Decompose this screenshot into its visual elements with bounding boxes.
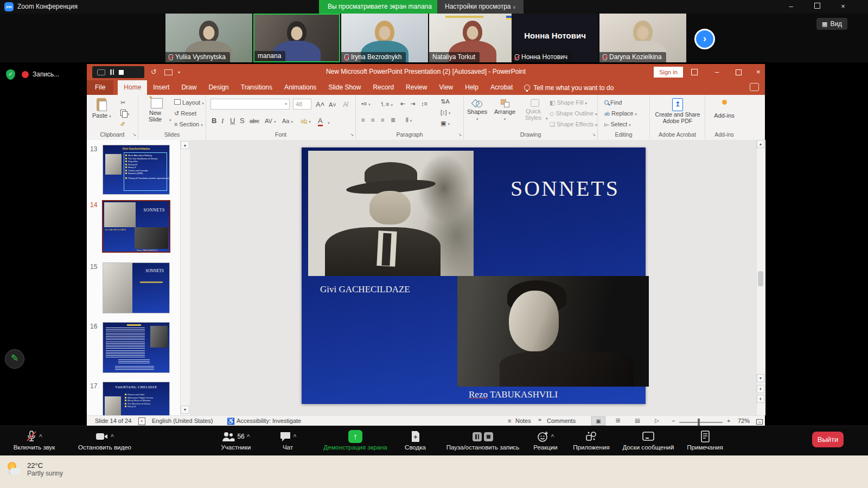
quick-styles-button[interactable]: Quick Styles ▾ [522,99,548,121]
shadow-button[interactable]: S [240,117,245,125]
create-pdf-button[interactable]: ↥ Create and Share Adobe PDF [650,98,705,124]
tab-review[interactable]: Review [400,80,433,95]
tell-me-search[interactable]: Tell me what you want to do [519,80,614,95]
shape-fill-button[interactable]: ◧ Shape Fill ▾ [550,99,587,106]
unmute-button[interactable]: ^ Включить звук [2,429,67,451]
tab-insert[interactable]: Insert [147,80,175,95]
character-spacing-button[interactable]: AV ▾ [265,118,276,124]
align-center-icon[interactable]: ≡ [371,117,374,123]
tab-home[interactable]: Home [118,80,147,95]
slide-thumbnail-16[interactable] [103,323,169,373]
copy-icon[interactable]: ▾ [120,109,130,117]
tab-acrobat[interactable]: Acrobat [484,80,519,95]
annotate-pencil-button[interactable]: ✎ [5,349,24,369]
font-name-combo[interactable]: ▾ [210,99,290,110]
tab-view[interactable]: View [433,80,459,95]
new-slide-button[interactable]: New Slide ▾ [143,98,171,123]
window-minimize-button[interactable]: – [715,68,719,76]
scroll-down-button[interactable]: ▼ [757,374,764,382]
close-button[interactable]: × [832,0,854,14]
arrange-button[interactable]: Arrange▾ [494,99,515,121]
font-color-button[interactable]: A [318,117,323,126]
accessibility-status[interactable]: Accessibility: Investigate [237,418,301,424]
slide-14[interactable]: SONNETS Givi GACHECILDAZE Rezo TABUKASHV… [302,147,646,404]
comments-button[interactable]: Comments [547,418,576,424]
align-left-icon[interactable]: ≡ [361,117,365,123]
weather-widget[interactable]: 22°C Partly sunny [7,461,63,477]
addins-button[interactable]: Add-ins [705,99,743,119]
numbering-button[interactable]: ⒈≡ ▾ [380,100,393,108]
font-color-dropdown[interactable]: ▾ [328,119,330,125]
chat-chevron[interactable]: ^ [293,434,297,440]
tab-record[interactable]: Record [367,80,400,95]
shape-outline-button[interactable]: ◇ Shape Outline ▾ [550,110,597,117]
slide-thumbnail-15[interactable]: SONNETS [103,263,169,313]
clear-formatting-icon[interactable]: A̸ [343,100,348,108]
next-slide-button[interactable]: ⇟ [757,395,764,403]
notes-button[interactable]: Примечания [674,429,736,451]
line-spacing-icon[interactable]: ↕≡ [421,100,427,107]
underline-button[interactable]: U [230,117,235,125]
smartart-convert-icon[interactable]: ▣ ▾ [441,120,450,127]
stop-recording-icon[interactable] [484,432,493,441]
ribbon-display-options-button[interactable] [691,69,698,77]
next-participants-button[interactable]: › [694,29,715,49]
slide-thumbnail-17[interactable]: VAKHTANG CHELIDZE Romeo and Juliet Midsu… [103,382,169,415]
align-text-icon[interactable]: [↕] ▾ [441,109,450,115]
shape-effects-button[interactable]: ❏ Shape Effects ▾ [550,121,597,128]
select-button[interactable]: ▻ Select ▾ [604,121,631,128]
zoom-out-button[interactable]: − [672,418,675,424]
tab-file[interactable]: File [87,80,113,95]
participant-tile[interactable]: Daryna Kozielkina [599,14,686,62]
slideshow-view-button[interactable]: ▷ [650,416,664,426]
thumbnail-scroll-up[interactable]: ▲ [181,141,189,149]
italic-button[interactable]: I [221,117,224,125]
window-close-button[interactable]: × [756,68,761,76]
tab-animations[interactable]: Animations [278,80,322,95]
tab-slide-show[interactable]: Slide Show [322,80,367,95]
tab-design[interactable]: Design [202,80,234,95]
chat-button[interactable]: ^ Чат [259,429,316,451]
minimize-button[interactable]: – [780,0,802,14]
drawing-dialog-launcher[interactable]: ↘ [592,132,596,137]
layout-button[interactable]: Layout ▾ [174,99,204,106]
align-right-icon[interactable]: ≡ [381,117,384,123]
increase-indent-icon[interactable]: ⇥ [410,100,415,107]
scrollbar-thumb[interactable] [758,271,763,286]
shrink-font-icon[interactable]: A˅ [329,101,336,108]
participants-button[interactable]: 56 ^ Участники [203,429,269,451]
reading-view-button[interactable]: ▤ [630,416,644,426]
previous-slide-button[interactable]: ⇞ [757,385,764,393]
participants-chevron[interactable]: ^ [247,434,250,440]
comments-panel-icon[interactable] [750,83,759,91]
notes-button[interactable]: Notes [515,418,531,424]
maximize-button[interactable] [806,0,828,14]
mic-options-chevron[interactable]: ^ [39,434,42,440]
reactions-chevron[interactable]: ^ [551,434,554,440]
scroll-up-button[interactable]: ▲ [757,140,764,148]
normal-view-button[interactable]: ▣ [591,416,605,426]
clipboard-dialog-launcher[interactable]: ↘ [132,132,136,137]
share-screen-button[interactable]: ↑ Демонстрация экрана [315,429,396,451]
view-settings-button[interactable]: Настройки просмотра ∨ [437,0,524,14]
participant-tile[interactable]: Yuliia Vyshnytska [165,14,252,62]
tab-help[interactable]: Help [459,80,484,95]
bullets-button[interactable]: •≡ ▾ [361,100,371,107]
tab-transitions[interactable]: Transitions [235,80,278,95]
replace-button[interactable]: ab Replace ▾ [604,110,637,117]
strikethrough-button[interactable]: abc [250,118,259,124]
view-layout-button[interactable]: ▦ Вид [816,18,847,30]
stop-video-button[interactable]: ^ Остановить видео [69,429,140,451]
change-case-button[interactable]: Aa ▾ [282,118,293,124]
decrease-indent-icon[interactable]: ⇤ [400,100,405,107]
video-options-chevron[interactable]: ^ [111,434,114,440]
columns-icon[interactable]: ⫴ ▾ [406,117,412,124]
zoom-in-button[interactable]: + [727,418,730,424]
font-dialog-launcher[interactable]: ↘ [350,132,354,137]
language-status[interactable]: English (United States) [152,418,213,424]
thumbnail-scrollbar[interactable] [180,140,190,415]
zoom-slider-thumb[interactable] [698,419,700,426]
highlight-color-button[interactable]: ab̲ ▾ [301,118,311,124]
cut-icon[interactable]: ✂ [120,99,125,106]
format-painter-icon[interactable]: ✐ [120,121,125,128]
